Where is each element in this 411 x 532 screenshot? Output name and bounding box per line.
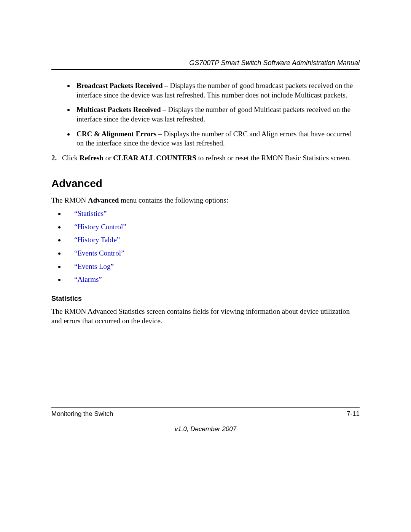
advanced-links-list: “Statistics” “History Control” “History …: [51, 209, 360, 284]
list-item: CRC & Alignment Errors – Displays the nu…: [74, 129, 360, 148]
step-list: 2. Click Refresh or CLEAR ALL COUNTERS t…: [51, 153, 360, 163]
footer-page-number: 7-11: [347, 410, 360, 418]
advanced-intro: The RMON Advanced menu contains the foll…: [51, 196, 360, 205]
list-item: Broadcast Packets Received – Displays th…: [74, 81, 360, 100]
clear-all-label: CLEAR ALL COUNTERS: [113, 154, 196, 162]
page-footer: Monitoring the Switch 7-11 v1.0, Decembe…: [51, 407, 360, 433]
term-broadcast: Broadcast Packets Received: [76, 81, 163, 89]
refresh-label: Refresh: [80, 154, 104, 162]
link-events-control[interactable]: “Events Control”: [74, 249, 124, 257]
list-item: “History Table”: [65, 235, 360, 245]
list-item: “Events Log”: [65, 262, 360, 272]
step-number: 2.: [51, 153, 62, 163]
link-history-table[interactable]: “History Table”: [74, 236, 120, 244]
heading-statistics: Statistics: [51, 294, 360, 303]
footer-chapter: Monitoring the Switch: [51, 410, 113, 418]
list-item: “History Control”: [65, 222, 360, 232]
definition-bullet-list: Broadcast Packets Received – Displays th…: [51, 81, 360, 148]
footer-version: v1.0, December 2007: [51, 425, 360, 433]
step-text: Click Refresh or CLEAR ALL COUNTERS to r…: [62, 153, 360, 163]
link-statistics[interactable]: “Statistics”: [74, 209, 107, 217]
list-item: “Alarms”: [65, 275, 360, 284]
list-item: “Events Control”: [65, 249, 360, 258]
statistics-paragraph: The RMON Advanced Statistics screen cont…: [51, 307, 360, 326]
link-alarms[interactable]: “Alarms”: [74, 275, 102, 283]
term-crc: CRC & Alignment Errors: [76, 130, 156, 138]
page-header-title: GS700TP Smart Switch Software Administra…: [51, 59, 360, 70]
list-item: Multicast Packets Received – Displays th…: [74, 105, 360, 124]
link-events-log[interactable]: “Events Log”: [74, 262, 114, 270]
step-2: 2. Click Refresh or CLEAR ALL COUNTERS t…: [51, 153, 360, 163]
term-multicast: Multicast Packets Received: [76, 105, 161, 113]
link-history-control[interactable]: “History Control”: [74, 223, 126, 231]
list-item: “Statistics”: [65, 209, 360, 219]
heading-advanced: Advanced: [51, 177, 360, 190]
